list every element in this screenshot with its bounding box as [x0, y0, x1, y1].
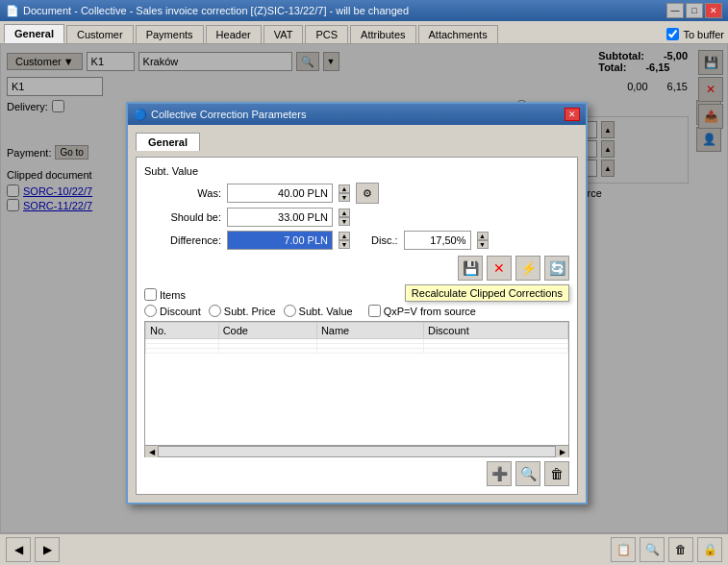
disc-spin-down[interactable]: ▼: [477, 240, 489, 249]
to-buffer-label: To buffer: [683, 29, 724, 40]
was-label: Was:: [144, 187, 221, 199]
items-section: Items Discount Subt. Price: [144, 288, 569, 486]
should-be-input[interactable]: [227, 208, 333, 227]
table-row: [146, 349, 568, 354]
difference-row: Difference: ▲ ▼ Disc.: ▲ ▼: [144, 231, 569, 250]
disc-label: Disc.:: [371, 234, 398, 246]
tooltip: Recalculate Clipped Corrections: [405, 284, 569, 302]
radio-discount-text: Discount: [160, 306, 201, 317]
modal-title-bar: 🔵 Collective Correction Parameters ✕: [128, 104, 586, 125]
col-code: Code: [218, 323, 316, 339]
scrollbar-right[interactable]: ▶: [555, 446, 568, 457]
bottom-lock-button[interactable]: 🔒: [697, 537, 722, 562]
was-spin-up[interactable]: ▲: [339, 184, 350, 193]
should-be-label: Should be:: [144, 211, 221, 223]
should-be-row: Should be: ▲ ▼: [144, 208, 569, 227]
tab-general[interactable]: General: [4, 24, 64, 43]
items-toolbar: ➕ 🔍 🗑: [144, 461, 569, 486]
add-item-button[interactable]: ➕: [487, 461, 512, 486]
tab-bar: General Customer Payments Header VAT PCS…: [4, 24, 498, 43]
radio-subt-value-label: Subt. Value: [284, 305, 353, 317]
was-row: Was: ▲ ▼ ⚙: [144, 183, 569, 204]
modal-save-button[interactable]: 💾: [458, 256, 483, 281]
nav-next-button[interactable]: ▶: [35, 537, 60, 562]
modal-tab-bar: General: [136, 133, 578, 151]
difference-spin: ▲ ▼: [339, 232, 350, 249]
qxp-checkbox[interactable]: [368, 305, 381, 317]
modal-recalculate-button[interactable]: 🔄: [544, 256, 569, 281]
difference-input[interactable]: [227, 231, 333, 250]
table-scrollbar[interactable]: ◀ ▶: [144, 446, 569, 457]
disc-spin: ▲ ▼: [477, 232, 489, 249]
bottom-search-button[interactable]: 🔍: [640, 537, 665, 562]
bottom-toolbar: ◀ ▶ 📋 🔍 🗑 🔒: [0, 533, 728, 565]
tab-payments[interactable]: Payments: [136, 25, 204, 43]
should-be-spin-down[interactable]: ▼: [339, 217, 350, 226]
modal-cancel-button[interactable]: ✕: [487, 256, 512, 281]
radio-subt-price-label: Subt. Price: [209, 305, 276, 317]
qxp-text: QxP=V from source: [384, 306, 476, 317]
content-area: Customer ▼ 🔍 ▼ Subtotal: -5,00 Total: -6…: [0, 43, 728, 533]
items-checkbox[interactable]: [144, 288, 157, 301]
app-icon: 📄: [6, 5, 19, 17]
was-spin: ▲ ▼: [339, 184, 350, 202]
bottom-list-button[interactable]: 📋: [611, 537, 636, 562]
radio-group: Discount Subt. Price Subt. Value: [144, 305, 569, 317]
items-label: Items: [160, 289, 186, 301]
modal-actions: 💾 ✕ ⚡ 🔄 Recalculate Clipped Corrections: [144, 256, 569, 281]
col-name: Name: [316, 323, 423, 339]
radio-subt-value[interactable]: [284, 305, 296, 317]
difference-spin-up[interactable]: ▲: [339, 232, 350, 240]
title-bar: 📄 Document - Collective - Sales invoice …: [0, 0, 728, 21]
radio-subt-price-text: Subt. Price: [224, 306, 276, 317]
to-buffer-checkbox[interactable]: [666, 28, 679, 40]
modal-lightning-button[interactable]: ⚡: [515, 256, 540, 281]
window-title: Document - Collective - Sales invoice co…: [23, 5, 409, 16]
items-table-container[interactable]: No. Code Name Discount: [144, 321, 569, 446]
modal-close-button[interactable]: ✕: [565, 108, 580, 121]
bottom-delete-button[interactable]: 🗑: [668, 537, 693, 562]
tab-attachments[interactable]: Attachments: [418, 25, 498, 43]
modal-overlay: 🔵 Collective Correction Parameters ✕ Gen…: [1, 44, 727, 532]
nav-prev-button[interactable]: ◀: [6, 537, 31, 562]
was-spin-down[interactable]: ▼: [339, 193, 350, 202]
was-action-button[interactable]: ⚙: [356, 183, 379, 204]
radio-discount[interactable]: [144, 305, 157, 317]
col-no: No.: [146, 323, 219, 339]
tab-header[interactable]: Header: [206, 25, 262, 43]
items-table: No. Code Name Discount: [145, 322, 568, 354]
should-be-spin-up[interactable]: ▲: [339, 209, 350, 217]
main-window: General Customer Payments Header VAT PCS…: [0, 21, 728, 565]
scrollbar-left[interactable]: ◀: [145, 446, 159, 457]
disc-input[interactable]: [404, 231, 471, 250]
delete-item-button[interactable]: 🗑: [544, 461, 569, 486]
title-bar-left: 📄 Document - Collective - Sales invoice …: [6, 5, 409, 17]
should-be-spin: ▲ ▼: [339, 209, 350, 226]
radio-subt-price[interactable]: [209, 305, 221, 317]
tab-attributes[interactable]: Attributes: [350, 25, 415, 43]
was-input[interactable]: [227, 184, 333, 203]
modal-title: Collective Correction Parameters: [151, 109, 306, 120]
bottom-right-buttons: 📋 🔍 🗑 🔒: [611, 537, 722, 562]
modal-body: Subt. Value Was: ▲ ▼ ⚙: [136, 157, 578, 495]
tab-customer[interactable]: Customer: [66, 25, 134, 43]
collective-correction-modal: 🔵 Collective Correction Parameters ✕ Gen…: [126, 102, 588, 504]
disc-spin-up[interactable]: ▲: [477, 232, 489, 240]
title-bar-controls: — □ ✕: [666, 3, 722, 18]
minimize-button[interactable]: —: [666, 3, 684, 18]
close-button[interactable]: ✕: [705, 3, 722, 18]
modal-icon: 🔵: [134, 109, 147, 121]
difference-label: Difference:: [144, 234, 221, 246]
col-discount: Discount: [423, 323, 567, 339]
modal-content: General Subt. Value Was: ▲ ▼: [128, 125, 586, 503]
bottom-left-buttons: ◀ ▶: [6, 537, 60, 562]
tab-vat[interactable]: VAT: [264, 25, 304, 43]
tab-pcs[interactable]: PCS: [305, 25, 348, 43]
maximize-button[interactable]: □: [686, 3, 703, 18]
qxp-label: QxP=V from source: [368, 305, 476, 317]
difference-spin-down[interactable]: ▼: [339, 240, 350, 249]
radio-discount-label: Discount: [144, 305, 201, 317]
section-label: Subt. Value: [144, 165, 569, 177]
modal-tab-general[interactable]: General: [136, 133, 200, 151]
search-item-button[interactable]: 🔍: [515, 461, 540, 486]
